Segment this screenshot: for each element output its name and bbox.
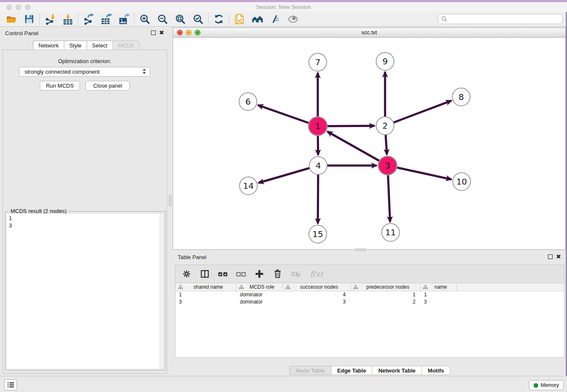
export-table-icon[interactable] bbox=[97, 13, 115, 25]
toolbar-separator bbox=[208, 13, 209, 25]
export-image-icon[interactable] bbox=[115, 13, 133, 25]
edge-2-8[interactable] bbox=[385, 101, 451, 126]
close-panel-button[interactable]: Close panel bbox=[85, 81, 130, 91]
node-8[interactable]: 8 bbox=[452, 88, 470, 106]
table-cell[interactable]: 1 bbox=[421, 291, 457, 298]
memory-button[interactable]: Memory bbox=[529, 380, 564, 390]
zoom-in-icon[interactable] bbox=[136, 13, 154, 25]
network-canvas[interactable]: 7968124314101511 bbox=[173, 38, 565, 249]
tab-network-table[interactable]: Network Table bbox=[372, 366, 421, 375]
search-input[interactable] bbox=[448, 15, 562, 23]
column-header-MCDS-role[interactable]: MCDS role bbox=[237, 283, 283, 291]
result-scrollbar[interactable] bbox=[160, 214, 164, 369]
vertical-splitter-handle[interactable] bbox=[169, 196, 171, 206]
column-header-name[interactable]: name bbox=[421, 283, 457, 291]
tab-style[interactable]: Style bbox=[64, 41, 87, 50]
node-2[interactable]: 2 bbox=[376, 117, 394, 135]
function-builder-icon[interactable]: f(x) bbox=[308, 268, 325, 279]
show-columns-icon[interactable] bbox=[199, 268, 210, 279]
tab-mcds[interactable]: MCDS bbox=[113, 41, 140, 50]
table-cell[interactable]: 4 bbox=[283, 291, 351, 298]
tab-motifs[interactable]: Motifs bbox=[421, 366, 450, 375]
tab-network[interactable]: Network bbox=[33, 41, 64, 50]
node-4[interactable]: 4 bbox=[309, 157, 327, 174]
home-icon[interactable] bbox=[248, 13, 266, 25]
column-header-predecessor-nodes[interactable]: predecessor nodes bbox=[351, 283, 421, 291]
table-panel-float-icon[interactable] bbox=[548, 254, 553, 259]
mcds-result-area[interactable]: 1 3 bbox=[7, 214, 164, 369]
horizontal-splitter-handle[interactable] bbox=[355, 248, 366, 251]
table-cell[interactable]: 2 bbox=[351, 298, 421, 306]
import-network-icon[interactable] bbox=[41, 13, 59, 25]
dropdown-chevrons-icon bbox=[143, 69, 146, 74]
node-1[interactable]: 1 bbox=[308, 117, 327, 135]
node-7[interactable]: 7 bbox=[309, 53, 327, 71]
network-graph[interactable]: 7968124314101511 bbox=[173, 38, 565, 249]
delete-column-icon[interactable] bbox=[272, 268, 283, 279]
zoom-out-icon[interactable] bbox=[154, 13, 171, 25]
apply-layout-icon[interactable] bbox=[210, 13, 228, 25]
select-all-columns-icon[interactable] bbox=[217, 268, 228, 279]
zoom-selected-icon[interactable] bbox=[189, 13, 207, 25]
table-cell[interactable]: 3 bbox=[421, 298, 457, 306]
search-field[interactable] bbox=[438, 14, 563, 24]
node-table[interactable]: shared nameMCDS rolesuccessor nodesprede… bbox=[175, 283, 564, 358]
add-column-icon[interactable] bbox=[254, 268, 265, 279]
import-table-icon[interactable] bbox=[59, 13, 77, 25]
node-3[interactable]: 3 bbox=[378, 156, 397, 175]
network-minimize-icon[interactable]: − bbox=[186, 30, 192, 36]
app-traffic-lights[interactable] bbox=[6, 4, 34, 12]
network-maximize-icon[interactable]: + bbox=[195, 30, 201, 36]
tab-node-table[interactable]: Node Table bbox=[289, 366, 331, 375]
node-14[interactable]: 14 bbox=[239, 177, 257, 195]
node-10[interactable]: 10 bbox=[453, 173, 471, 190]
open-session-icon[interactable] bbox=[3, 13, 20, 25]
hide-panel-icon[interactable] bbox=[266, 13, 284, 25]
zoom-fit-icon[interactable] bbox=[171, 13, 189, 25]
svg-text:14: 14 bbox=[243, 181, 253, 191]
delete-table-icon[interactable] bbox=[290, 268, 301, 279]
criterion-value: strongly connected component bbox=[25, 69, 99, 75]
network-window-titlebar[interactable]: × − + scc.txt bbox=[173, 28, 565, 38]
run-mcds-button[interactable]: Run MCDS bbox=[40, 81, 80, 91]
app-minimize-button[interactable] bbox=[16, 5, 21, 10]
export-network-icon[interactable] bbox=[80, 13, 97, 25]
memory-label: Memory bbox=[541, 382, 559, 388]
table-cell[interactable]: 3 bbox=[283, 298, 351, 306]
task-history-button[interactable] bbox=[4, 379, 17, 390]
app-close-button[interactable] bbox=[6, 5, 12, 10]
network-window-title: scc.txt bbox=[173, 28, 565, 37]
network-close-icon[interactable]: × bbox=[177, 30, 183, 36]
table-cell[interactable]: 1 bbox=[351, 291, 421, 298]
show-panel-icon[interactable] bbox=[284, 13, 302, 25]
edge-4-14[interactable] bbox=[259, 166, 318, 183]
node-11[interactable]: 11 bbox=[382, 224, 399, 241]
table-cell[interactable]: dominator bbox=[237, 291, 283, 298]
control-panel-float-icon[interactable] bbox=[151, 30, 156, 35]
tab-edge-table[interactable]: Edge Table bbox=[331, 366, 372, 375]
node-15[interactable]: 15 bbox=[309, 225, 327, 243]
table-cell[interactable]: dominator bbox=[237, 298, 283, 306]
svg-text:9: 9 bbox=[383, 56, 388, 66]
tab-select[interactable]: Select bbox=[87, 41, 113, 50]
svg-text:11: 11 bbox=[385, 227, 396, 237]
control-panel-title: Control Panel bbox=[5, 30, 39, 36]
table-cell[interactable]: 3 bbox=[176, 298, 237, 306]
control-panel-close-icon[interactable]: ✖ bbox=[159, 30, 164, 35]
deselect-all-columns-icon[interactable] bbox=[236, 268, 247, 279]
app-zoom-button[interactable] bbox=[25, 5, 30, 10]
node-6[interactable]: 6 bbox=[239, 93, 257, 110]
table-row[interactable]: 1dominator411 bbox=[176, 291, 564, 298]
table-settings-icon[interactable] bbox=[181, 268, 192, 279]
table-row[interactable]: 3dominator323 bbox=[176, 298, 564, 306]
app-title: Session: New Session bbox=[0, 2, 567, 12]
table-cell[interactable]: 1 bbox=[176, 291, 237, 298]
save-session-icon[interactable] bbox=[20, 13, 38, 25]
criterion-dropdown[interactable]: strongly connected component bbox=[19, 67, 150, 77]
column-header-shared-name[interactable]: shared name bbox=[176, 283, 237, 291]
table-panel-close-icon[interactable]: ✖ bbox=[556, 254, 561, 259]
new-network-icon[interactable] bbox=[231, 13, 248, 25]
node-9[interactable]: 9 bbox=[376, 52, 394, 70]
column-header-successor-nodes[interactable]: successor nodes bbox=[283, 283, 351, 291]
edge-3-1[interactable] bbox=[328, 132, 388, 166]
